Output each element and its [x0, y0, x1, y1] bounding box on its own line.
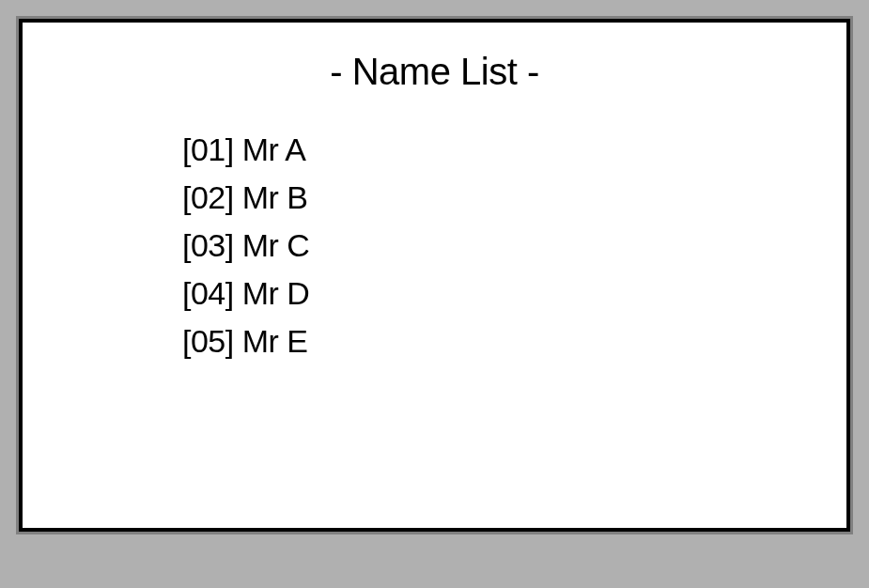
list-item: [03] Mr C	[182, 222, 809, 270]
list-item: [02] Mr B	[182, 174, 809, 222]
name-list: [01] Mr A [02] Mr B [03] Mr C [04] Mr D …	[182, 126, 809, 365]
list-item: [05] Mr E	[182, 317, 809, 365]
page-title: - Name List -	[60, 51, 809, 93]
display-panel: - Name List - [01] Mr A [02] Mr B [03] M…	[19, 19, 850, 532]
list-item: [04] Mr D	[182, 270, 809, 317]
list-item: [01] Mr A	[182, 126, 809, 174]
